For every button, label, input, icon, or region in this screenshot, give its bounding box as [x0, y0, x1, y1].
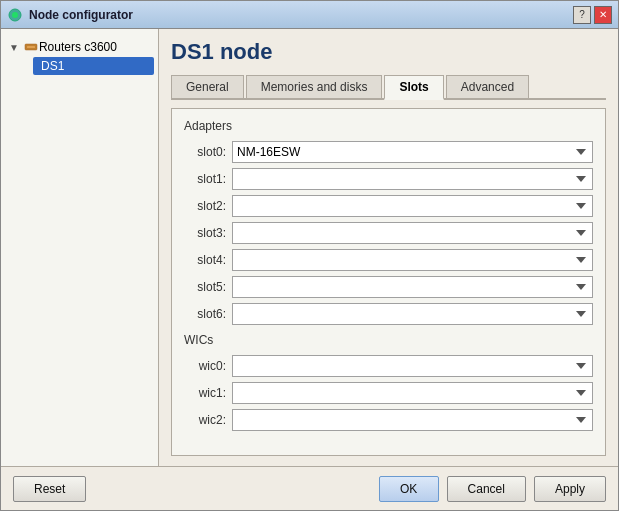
- slot3-label: slot3:: [184, 226, 226, 240]
- wic2-label: wic2:: [184, 413, 226, 427]
- slot2-label: slot2:: [184, 199, 226, 213]
- cancel-button[interactable]: Cancel: [447, 476, 526, 502]
- node-configurator-window: Node configurator ? ✕ ▼ Routers c3600: [0, 0, 619, 511]
- slot6-row: slot6:: [184, 303, 593, 325]
- slot2-select[interactable]: [232, 195, 593, 217]
- tree-child-ds1[interactable]: DS1: [33, 57, 154, 75]
- wics-section-label: WICs: [184, 333, 593, 347]
- svg-point-1: [12, 12, 18, 18]
- window-title: Node configurator: [29, 8, 573, 22]
- wic0-row: wic0:: [184, 355, 593, 377]
- slot6-label: slot6:: [184, 307, 226, 321]
- apply-button[interactable]: Apply: [534, 476, 606, 502]
- tab-slots[interactable]: Slots: [384, 75, 443, 100]
- slot0-row: slot0: NM-16ESW: [184, 141, 593, 163]
- content-area: ▼ Routers c3600 DS1 DS1 node: [1, 29, 618, 466]
- wic2-select[interactable]: [232, 409, 593, 431]
- reset-button[interactable]: Reset: [13, 476, 86, 502]
- slot0-label: slot0:: [184, 145, 226, 159]
- main-panel: DS1 node General Memories and disks Slot…: [159, 29, 618, 466]
- ok-button[interactable]: OK: [379, 476, 439, 502]
- help-button[interactable]: ?: [573, 6, 591, 24]
- slot5-select[interactable]: [232, 276, 593, 298]
- window-icon: [7, 7, 23, 23]
- slot5-row: slot5:: [184, 276, 593, 298]
- tab-general[interactable]: General: [171, 75, 244, 98]
- slots-tab-content: Adapters slot0: NM-16ESW slot1: s: [171, 108, 606, 456]
- slot5-label: slot5:: [184, 280, 226, 294]
- wic0-label: wic0:: [184, 359, 226, 373]
- svg-rect-3: [27, 46, 35, 48]
- wic0-select[interactable]: [232, 355, 593, 377]
- footer-left: Reset: [13, 476, 379, 502]
- tabs: General Memories and disks Slots Advance…: [171, 75, 606, 100]
- footer: Reset OK Cancel Apply: [1, 466, 618, 510]
- title-bar-controls: ? ✕: [573, 6, 612, 24]
- tree-root: ▼ Routers c3600 DS1: [5, 37, 154, 75]
- slot3-select[interactable]: [232, 222, 593, 244]
- tab-memories[interactable]: Memories and disks: [246, 75, 383, 98]
- page-title: DS1 node: [171, 39, 606, 65]
- tree-arrow-icon: ▼: [9, 42, 19, 53]
- slot1-label: slot1:: [184, 172, 226, 186]
- close-button[interactable]: ✕: [594, 6, 612, 24]
- tree-root-label: Routers c3600: [39, 40, 117, 54]
- sidebar: ▼ Routers c3600 DS1: [1, 29, 159, 466]
- slot2-row: slot2:: [184, 195, 593, 217]
- adapters-section-label: Adapters: [184, 119, 593, 133]
- slot1-select[interactable]: [232, 168, 593, 190]
- footer-right: OK Cancel Apply: [379, 476, 606, 502]
- wic2-row: wic2:: [184, 409, 593, 431]
- wic1-label: wic1:: [184, 386, 226, 400]
- slot4-label: slot4:: [184, 253, 226, 267]
- slot6-select[interactable]: [232, 303, 593, 325]
- wic1-row: wic1:: [184, 382, 593, 404]
- router-icon: [23, 39, 39, 55]
- title-bar: Node configurator ? ✕: [1, 1, 618, 29]
- slot1-row: slot1:: [184, 168, 593, 190]
- slot3-row: slot3:: [184, 222, 593, 244]
- slot4-select[interactable]: [232, 249, 593, 271]
- tree-root-item[interactable]: ▼ Routers c3600: [5, 37, 154, 57]
- tab-advanced[interactable]: Advanced: [446, 75, 529, 98]
- wic1-select[interactable]: [232, 382, 593, 404]
- tree-child: DS1: [33, 57, 154, 75]
- slot0-select[interactable]: NM-16ESW: [232, 141, 593, 163]
- slot4-row: slot4:: [184, 249, 593, 271]
